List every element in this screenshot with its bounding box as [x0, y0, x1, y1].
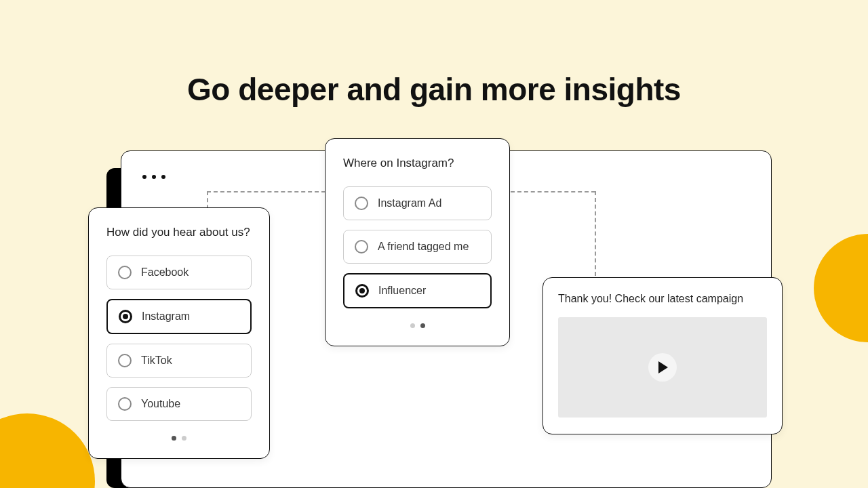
option-label: TikTok [141, 354, 172, 367]
thank-you-message: Thank you! Check our latest campaign [558, 293, 767, 305]
radio-icon [118, 397, 132, 411]
pager-dot [182, 436, 186, 441]
connector-line [207, 191, 326, 192]
radio-icon [118, 354, 132, 367]
option-facebook[interactable]: Facebook [106, 256, 252, 289]
page-indicator [106, 436, 252, 441]
thank-you-card: Thank you! Check our latest campaign [542, 277, 783, 434]
option-label: Youtube [141, 398, 180, 410]
connector-line [511, 191, 595, 192]
play-button[interactable] [648, 353, 677, 382]
question-text: Where on Instagram? [343, 157, 492, 170]
option-youtube[interactable]: Youtube [106, 387, 252, 421]
option-label: Influencer [378, 285, 426, 297]
connector-line [595, 191, 596, 283]
radio-icon [119, 310, 132, 323]
page-title: Go deeper and gain more insights [0, 71, 868, 108]
radio-icon [118, 266, 132, 279]
radio-icon [355, 240, 368, 253]
option-label: Instagram [142, 310, 190, 323]
page-indicator [343, 323, 492, 328]
radio-icon [355, 284, 369, 298]
option-instagram-ad[interactable]: Instagram Ad [343, 186, 492, 220]
option-friend-tagged[interactable]: A friend tagged me [343, 230, 492, 264]
decorative-circle [814, 234, 868, 342]
video-thumbnail[interactable] [558, 317, 767, 418]
window-dots-icon [142, 175, 165, 179]
radio-icon [355, 197, 368, 210]
pager-dot [410, 323, 415, 328]
pager-dot [420, 323, 425, 328]
option-influencer[interactable]: Influencer [343, 273, 492, 308]
play-icon [658, 361, 669, 373]
question-text: How did you hear about us? [106, 226, 252, 239]
survey-card-2: Where on Instagram? Instagram Ad A frien… [325, 138, 510, 346]
pager-dot [172, 436, 176, 441]
option-label: Facebook [141, 266, 189, 279]
option-label: A friend tagged me [378, 241, 469, 253]
survey-card-1: How did you hear about us? Facebook Inst… [88, 207, 270, 459]
decorative-circle [0, 413, 95, 488]
option-tiktok[interactable]: TikTok [106, 344, 252, 378]
option-label: Instagram Ad [378, 197, 441, 209]
option-instagram[interactable]: Instagram [106, 299, 252, 334]
